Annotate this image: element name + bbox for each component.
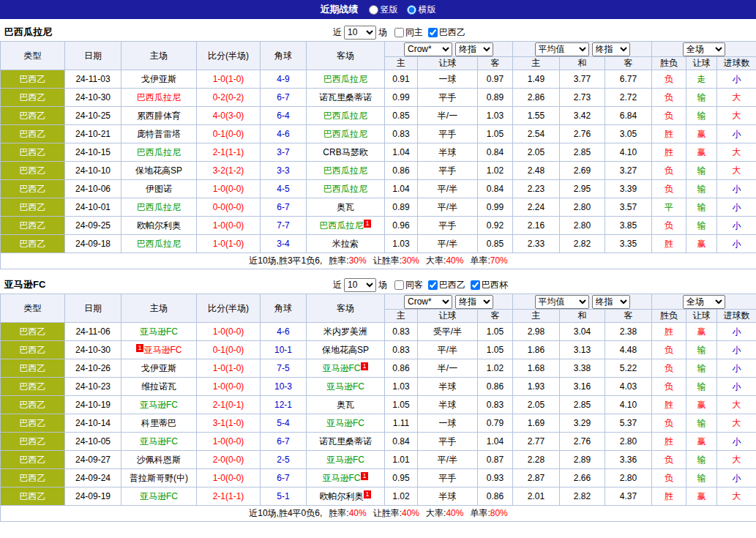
team-name: 戈伊亚斯	[141, 74, 176, 84]
team-name-heading: 亚马逊FC	[0, 278, 45, 291]
date-cell: 24-09-18	[65, 235, 121, 253]
away-team-cell: 诺瓦里桑蒂诺	[307, 89, 385, 107]
goals-result-cell: 大	[717, 487, 756, 506]
league-cell: 巴西乙	[1, 359, 65, 378]
filter-checkbox[interactable]: 同主	[394, 26, 423, 39]
odds-away-cell: 0.84	[478, 180, 513, 198]
away-team-cell: 奥瓦	[307, 198, 385, 217]
odds-away-cell: 0.83	[478, 396, 513, 414]
team-name: 维拉诺瓦	[141, 381, 176, 392]
result-cell: 负	[652, 469, 686, 487]
avg-home-cell: 2.77	[513, 433, 560, 451]
team-name: 巴西瓜拉尼	[323, 165, 367, 176]
team-name: 科里蒂巴	[141, 418, 176, 428]
handicap-result-cell: 输	[686, 359, 717, 378]
away-team-cell: 亚马逊FC	[307, 378, 385, 396]
match-row: 巴西乙24-10-25累西腓体育4-0(3-0)6-4巴西瓜拉尼0.85半/一1…	[1, 107, 756, 125]
full-match-select[interactable]: 全场	[683, 295, 725, 309]
result-cell: 负	[652, 451, 686, 469]
average-final-select[interactable]: 终指	[592, 295, 630, 309]
odds-home-cell: 0.83	[385, 341, 418, 359]
summary-text: 近10场,胜3平1负6,	[249, 255, 322, 266]
avg-draw-cell: 3.42	[560, 107, 605, 125]
average-select[interactable]: 平均值	[535, 42, 589, 56]
checkbox-label: 同客	[405, 279, 423, 291]
league-cell: 巴西乙	[1, 451, 65, 469]
odds-company-select[interactable]: Crow*	[404, 295, 452, 309]
avg-draw-cell: 2.80	[560, 217, 605, 235]
home-team-cell: 欧帕尔利奥	[121, 217, 197, 235]
match-count-select[interactable]: 10	[344, 26, 376, 40]
checkbox-input[interactable]	[428, 28, 438, 37]
checkbox-input[interactable]	[394, 280, 404, 290]
team-name: 米内罗美洲	[323, 326, 367, 337]
average-select[interactable]: 平均值	[535, 295, 589, 309]
match-count-select[interactable]: 10	[344, 278, 376, 292]
team-name: 亚马逊FC	[322, 363, 360, 373]
result-cell: 胜	[652, 487, 686, 506]
vertical-layout-radio[interactable]	[369, 5, 378, 15]
corner-cell: 4-6	[261, 323, 307, 341]
score-cell: 1-0(1-0)	[197, 235, 261, 253]
col-avg-home: 主	[513, 57, 560, 70]
avg-away-cell: 6.77	[605, 70, 652, 89]
away-team-cell: 诺瓦里桑蒂诺	[307, 433, 385, 451]
checkbox-input[interactable]	[394, 28, 404, 37]
odds-away-cell: 0.84	[478, 143, 513, 162]
layout-option-horizontal[interactable]: 横版	[407, 4, 436, 16]
corner-cell: 2-5	[261, 451, 307, 469]
layout-option-vertical[interactable]: 竖版	[369, 4, 398, 16]
team-name: 亚马逊FC	[326, 418, 364, 428]
odds-home-cell: 0.86	[385, 162, 418, 180]
avg-home-cell: 2.05	[513, 143, 560, 162]
odds-away-cell: 1.02	[478, 162, 513, 180]
col-date: 日期	[65, 294, 121, 323]
avg-away-cell: 3.39	[605, 180, 652, 198]
section-summary: 近10场,胜4平0负6,胜率:40%让胜率:40%大率:40%单率:80%	[1, 506, 756, 522]
recent-label: 近	[333, 279, 342, 291]
filter-checkbox[interactable]: 巴西乙	[428, 279, 465, 291]
checkbox-label: 巴西乙	[439, 26, 465, 39]
handicap-result-cell: 输	[686, 180, 717, 198]
filter-checkbox[interactable]: 巴西杯	[471, 279, 508, 291]
odds-away-cell: 0.79	[478, 414, 513, 433]
match-row: 巴西乙24-10-01巴西瓜拉尼0-0(0-0)6-7奥瓦0.89平/半0.99…	[1, 198, 756, 217]
odds-away-cell: 1.04	[478, 433, 513, 451]
col-type: 类型	[1, 42, 65, 70]
team-name: 诺瓦里桑蒂诺	[319, 436, 372, 447]
league-cell: 巴西乙	[1, 341, 65, 359]
home-team-cell: 巴西瓜拉尼	[121, 143, 197, 162]
average-final-select[interactable]: 终指	[592, 42, 630, 56]
full-match-select[interactable]: 全场	[683, 42, 725, 56]
team-name: 普拉斯哥野(中)	[130, 473, 188, 483]
avg-home-cell: 1.55	[513, 107, 560, 125]
filter-checkbox[interactable]: 巴西乙	[428, 26, 465, 39]
home-team-cell: 巴西瓜拉尼	[121, 89, 197, 107]
avg-draw-cell: 3.38	[560, 359, 605, 378]
match-row: 巴西乙24-11-06亚马逊FC1-0(0-0)4-6米内罗美洲0.83受平/半…	[1, 323, 756, 341]
goals-result-cell: 大	[717, 162, 756, 180]
date-cell: 24-11-06	[65, 323, 121, 341]
result-cell: 负	[652, 162, 686, 180]
checkbox-input[interactable]	[428, 280, 438, 290]
handicap-result-cell: 输	[686, 107, 717, 125]
col-avg-home: 主	[513, 310, 560, 323]
avg-home-cell: 2.23	[513, 180, 560, 198]
odds-company-select[interactable]: Crow*	[404, 42, 452, 56]
odds-final-select[interactable]: 终指	[455, 42, 493, 56]
avg-home-cell: 2.48	[513, 162, 560, 180]
result-cell: 负	[652, 359, 686, 378]
avg-home-cell: 1.86	[513, 341, 560, 359]
team-name: 巴西瓜拉尼	[323, 129, 367, 139]
team-name: 累西腓体育	[137, 111, 181, 121]
summary-text: 近10场,胜4平0负6,	[249, 508, 322, 518]
handicap-result-cell: 赢	[686, 487, 717, 506]
col-handicap-result: 让球	[686, 310, 717, 323]
checkbox-input[interactable]	[471, 280, 480, 290]
filter-checkbox[interactable]: 同客	[394, 279, 423, 291]
horizontal-layout-radio[interactable]	[407, 5, 416, 15]
away-team-cell: 巴西瓜拉尼	[307, 70, 385, 89]
avg-away-cell: 6.84	[605, 107, 652, 125]
odds-final-select[interactable]: 终指	[455, 295, 493, 309]
matches-label: 场	[378, 279, 387, 291]
